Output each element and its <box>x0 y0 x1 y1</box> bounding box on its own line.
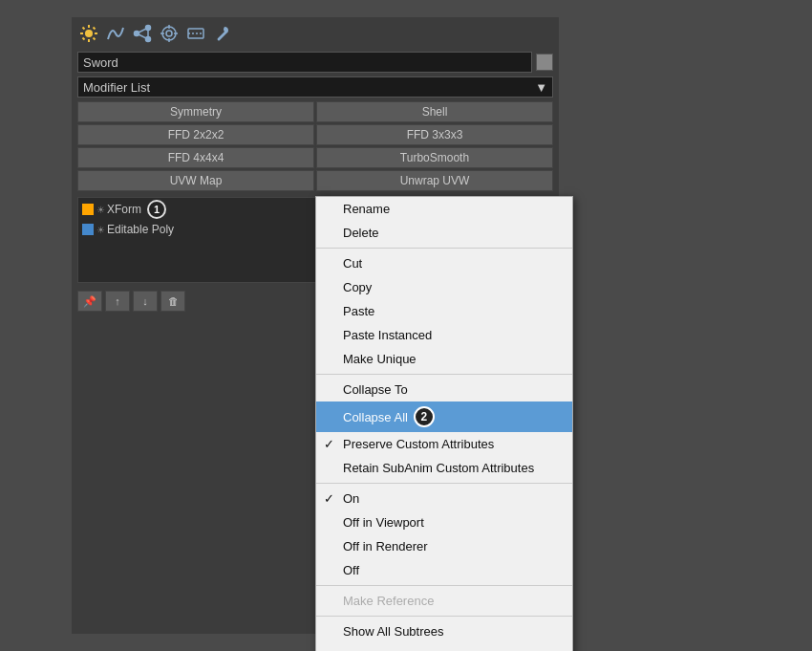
move-down-btn[interactable]: ↓ <box>133 291 158 312</box>
menu-label-off-viewport: Off in Viewport <box>343 515 424 530</box>
separator-3 <box>316 483 572 484</box>
xform-label: XForm <box>107 203 141 216</box>
menu-label-preserve-custom: Preserve Custom Attributes <box>343 437 494 451</box>
editable-poly-icon-small: ☀ <box>96 225 105 235</box>
menu-label-collapse-to: Collapse To <box>343 382 408 397</box>
modifier-btn-shell[interactable]: Shell <box>316 101 553 122</box>
editable-poly-label: Editable Poly <box>107 223 174 236</box>
menu-label-retain-subanim: Retain SubAnim Custom Attributes <box>343 461 534 475</box>
toolbar <box>72 17 559 50</box>
modifier-btn-turbosmooth[interactable]: TurboSmooth <box>316 147 553 168</box>
editable-poly-icon <box>82 224 94 235</box>
menu-item-paste[interactable]: Paste <box>316 299 572 323</box>
menu-label-off: Off <box>343 563 359 577</box>
pin-btn[interactable]: 📌 <box>77 291 102 312</box>
modifier-btn-ffd4[interactable]: FFD 4x4x4 <box>77 147 314 168</box>
modifier-btn-uvwmap[interactable]: UVW Map <box>77 170 314 191</box>
separator-1 <box>316 248 572 249</box>
menu-item-retain-subanim[interactable]: Retain SubAnim Custom Attributes <box>316 456 572 480</box>
xform-icon <box>82 204 94 215</box>
menu-item-cut[interactable]: Cut <box>316 251 572 275</box>
svg-line-13 <box>137 33 148 39</box>
wrench-icon[interactable] <box>211 22 234 45</box>
menu-item-off[interactable]: Off <box>316 558 572 582</box>
menu-label-make-unique: Make Unique <box>343 352 417 366</box>
menu-item-show-all-subtrees[interactable]: Show All Subtrees <box>316 619 572 643</box>
svg-point-0 <box>85 30 93 37</box>
menu-label-delete: Delete <box>343 226 379 240</box>
separator-5 <box>316 616 572 617</box>
sun-icon[interactable] <box>77 22 100 45</box>
collapse-all-badge: 2 <box>414 406 435 427</box>
menu-item-copy[interactable]: Copy <box>316 275 572 299</box>
xform-icon-small: ☀ <box>96 205 105 215</box>
preserve-custom-check: ✓ <box>324 437 334 451</box>
menu-item-hide-all-subtrees[interactable]: Hide All Subtrees <box>316 643 572 651</box>
menu-item-preserve-custom[interactable]: ✓ Preserve Custom Attributes <box>316 432 572 456</box>
menu-label-paste: Paste <box>343 304 374 318</box>
svg-line-7 <box>94 28 96 30</box>
modifier-list-label: Modifier List <box>83 80 150 95</box>
object-color-swatch[interactable] <box>536 54 553 71</box>
separator-2 <box>316 374 572 375</box>
menu-label-make-reference: Make Reference <box>343 594 434 608</box>
curve-icon[interactable] <box>104 22 127 45</box>
menu-item-delete[interactable]: Delete <box>316 221 572 245</box>
menu-label-cut: Cut <box>343 256 362 271</box>
dropdown-arrow: ▼ <box>535 80 547 95</box>
nodes-icon[interactable] <box>131 22 154 45</box>
menu-item-on[interactable]: ✓ On <box>316 487 572 510</box>
menu-label-paste-instanced: Paste Instanced <box>343 328 432 342</box>
modifier-btn-ffd3[interactable]: FFD 3x3x3 <box>316 124 553 145</box>
object-name-input[interactable] <box>77 52 532 73</box>
menu-item-paste-instanced[interactable]: Paste Instanced <box>316 323 572 347</box>
menu-item-off-viewport[interactable]: Off in Viewport <box>316 510 572 534</box>
modifier-list-dropdown[interactable]: Modifier List ▼ <box>77 76 553 98</box>
on-check: ✓ <box>324 491 334 506</box>
modifier-btn-symmetry[interactable]: Symmetry <box>77 101 314 122</box>
svg-line-5 <box>83 28 85 30</box>
xform-badge: 1 <box>147 200 166 219</box>
svg-point-15 <box>162 27 176 40</box>
svg-line-8 <box>83 38 85 40</box>
menu-item-make-unique[interactable]: Make Unique <box>316 347 572 371</box>
menu-item-make-reference: Make Reference <box>316 589 572 613</box>
move-up-btn[interactable]: ↑ <box>105 291 130 312</box>
trash-btn[interactable]: 🗑 <box>160 291 185 312</box>
menu-label-on: On <box>343 491 359 506</box>
separator-4 <box>316 585 572 586</box>
menu-label-collapse-all: Collapse All <box>343 410 408 424</box>
modifier-list-row: Modifier List ▼ <box>72 75 559 99</box>
modifier-btn-unwrap[interactable]: Unwrap UVW <box>316 170 553 191</box>
menu-item-collapse-to[interactable]: Collapse To <box>316 378 572 401</box>
menu-label-show-all-subtrees: Show All Subtrees <box>343 624 444 639</box>
menu-label-off-renderer: Off in Renderer <box>343 539 428 553</box>
svg-line-12 <box>137 28 148 33</box>
menu-item-rename[interactable]: Rename <box>316 197 572 221</box>
object-name-row <box>72 50 559 75</box>
menu-item-collapse-all[interactable]: Collapse All 2 <box>316 401 572 432</box>
modifier-btn-ffd2[interactable]: FFD 2x2x2 <box>77 124 314 145</box>
menu-label-rename: Rename <box>343 202 390 216</box>
svg-line-6 <box>94 38 96 40</box>
menu-item-off-renderer[interactable]: Off in Renderer <box>316 534 572 558</box>
menu-label-copy: Copy <box>343 280 372 294</box>
svg-point-16 <box>166 31 172 36</box>
target-icon[interactable] <box>158 22 181 45</box>
rect-icon[interactable] <box>184 22 207 45</box>
context-menu: Rename Delete Cut Copy Paste Paste Insta… <box>315 196 573 651</box>
modifier-buttons-grid: Symmetry Shell FFD 2x2x2 FFD 3x3x3 FFD 4… <box>72 99 559 193</box>
